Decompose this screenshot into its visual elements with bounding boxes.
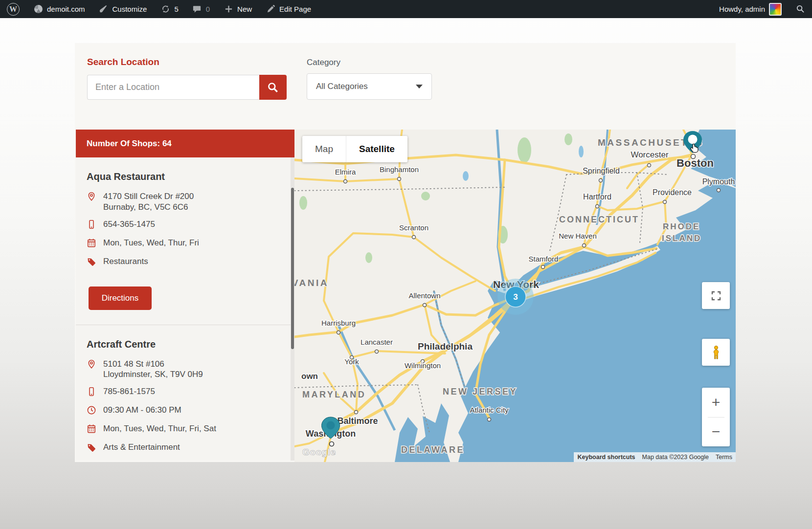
terms-link[interactable]: Terms [712,452,736,462]
update-count: 5 [174,5,178,13]
shop-category: Arts & Entertainment [103,442,180,453]
site-menu[interactable]: demoit.com [26,0,92,18]
map-attribution: Keyboard shortcuts Map data ©2023 Google… [574,452,736,462]
new-label: New [237,5,252,13]
svg-text:York: York [344,357,359,366]
street-view-pegman-button[interactable] [702,339,730,366]
google-map[interactable]: MASSACHUSETTSCONNECTICUTRHODEISLANDPENNS… [294,130,736,462]
shop-category-row: Arts & Entertainment [87,442,283,454]
list-item: Aqua Restaurant 4170 Still Creek Dr #200… [87,157,283,310]
svg-text:Allentown: Allentown [408,291,440,300]
calendar-icon [87,423,96,436]
new-menu[interactable]: New [217,0,259,18]
shop-days: Mon, Tues, Wed, Thur, Fri [103,238,199,248]
shop-list[interactable]: Aqua Restaurant 4170 Still Creek Dr #200… [76,157,294,461]
location-search-button[interactable] [259,75,287,100]
svg-text:Lancaster: Lancaster [361,338,393,346]
svg-text:own: own [301,372,318,381]
shop-phone-row: 654-365-1475 [87,219,283,231]
search-icon [267,82,279,93]
phone-icon [87,219,96,231]
comments-menu[interactable]: 0 [185,0,217,18]
google-logo: Google [302,447,336,457]
svg-text:Elmira: Elmira [335,168,356,176]
map-canvas[interactable]: MASSACHUSETTSCONNECTICUTRHODEISLANDPENNS… [294,130,736,462]
pencil-icon [266,4,275,14]
svg-text:Wilmington: Wilmington [405,361,441,370]
location-search-input[interactable] [87,75,259,100]
edit-page-label: Edit Page [279,5,311,13]
cluster-marker[interactable]: 3 [497,279,534,315]
shop-address-row: 5101 48 St #106 Lloydminster, SK, T9V 0H… [87,359,283,380]
keyboard-shortcuts-link[interactable]: Keyboard shortcuts [574,452,638,462]
wordpress-logo-icon: W [7,3,20,16]
shop-count-header: Number Of Shops: 64 [76,130,294,157]
chevron-down-icon [416,85,423,88]
water-shapes [395,130,736,462]
comment-count: 0 [206,5,210,13]
shop-phone: 785-861-1575 [103,386,155,397]
svg-text:Atlantic City: Atlantic City [470,406,509,414]
svg-text:Baltimore: Baltimore [337,416,378,426]
admin-search[interactable] [789,4,812,14]
map-type-satellite-button[interactable]: Satellite [346,136,407,162]
comment-icon [192,4,202,14]
directions-button[interactable]: Directions [89,287,152,310]
fullscreen-button[interactable] [702,282,730,309]
shop-address-line2: Lloydminster, SK, T9V 0H9 [103,370,203,379]
svg-text:Providence: Providence [653,188,692,197]
tag-icon [87,442,96,454]
update-icon [160,4,170,14]
svg-text:Harrisburg: Harrisburg [321,319,356,327]
shop-phone: 654-365-1475 [103,219,155,230]
map-type-map-button[interactable]: Map [302,136,346,162]
wp-logo-menu[interactable]: W [0,0,26,18]
calendar-icon [87,238,96,250]
map-pin-washington[interactable] [322,417,340,446]
zoom-in-button[interactable]: + [702,388,730,417]
updates-menu[interactable]: 5 [154,0,185,18]
fullscreen-icon [710,290,722,302]
site-icon [33,4,43,14]
plus-icon [224,4,233,14]
list-scrollbar[interactable] [291,157,294,461]
avatar [769,3,782,16]
shop-address-line2: Burnaby, BC, V5C 6C6 [103,202,188,212]
shop-category: Restaurants [103,256,148,267]
map-data-text: Map data ©2023 Google [639,452,712,462]
svg-text:Philadelphia: Philadelphia [418,341,473,352]
search-location-title: Search Location [87,57,159,67]
zoom-control: + − [702,388,730,446]
account-menu[interactable]: Howdy, admin [712,3,789,16]
svg-text:3: 3 [513,292,518,302]
svg-text:Scranton: Scranton [399,223,429,232]
category-label: Category [307,58,340,67]
edit-page-menu[interactable]: Edit Page [259,0,318,18]
phone-icon [87,386,96,398]
svg-text:Plymouth: Plymouth [702,177,735,186]
shop-hours-row: 09:30 AM - 06:30 PM [87,405,283,417]
store-locator-card: Search Location Category All Categories … [75,43,736,462]
shop-phone-row: 785-861-1575 [87,386,283,398]
category-selected-value: All Categories [316,82,368,91]
page: W demoit.com Customize 5 [0,0,812,529]
list-item: Artcraft Centre 5101 48 St #106 Lloydmin… [87,325,283,461]
svg-text:MARYLAND: MARYLAND [302,390,366,399]
category-select[interactable]: All Categories [307,73,432,100]
zoom-out-button[interactable]: − [702,418,730,447]
search-icon [795,4,805,14]
customize-menu[interactable]: Customize [92,0,154,18]
brush-icon [99,4,109,14]
svg-text:Stamford: Stamford [529,255,559,263]
svg-text:Binghamton: Binghamton [380,165,419,174]
shop-name: Aqua Restaurant [87,157,283,182]
list-scrollbar-thumb[interactable] [291,188,294,349]
svg-text:CONNECTICUT: CONNECTICUT [559,215,639,224]
clock-icon [87,405,96,417]
svg-text:PENNSYLVANIA: PENNSYLVANIA [294,278,329,288]
site-name: demoit.com [47,5,85,13]
shop-address-line1: 4170 Still Creek Dr #200 [103,192,194,201]
svg-text:NEW JERSEY: NEW JERSEY [443,387,518,397]
howdy-text: Howdy, admin [719,5,765,13]
shop-address-row: 4170 Still Creek Dr #200 Burnaby, BC, V5… [87,191,283,213]
